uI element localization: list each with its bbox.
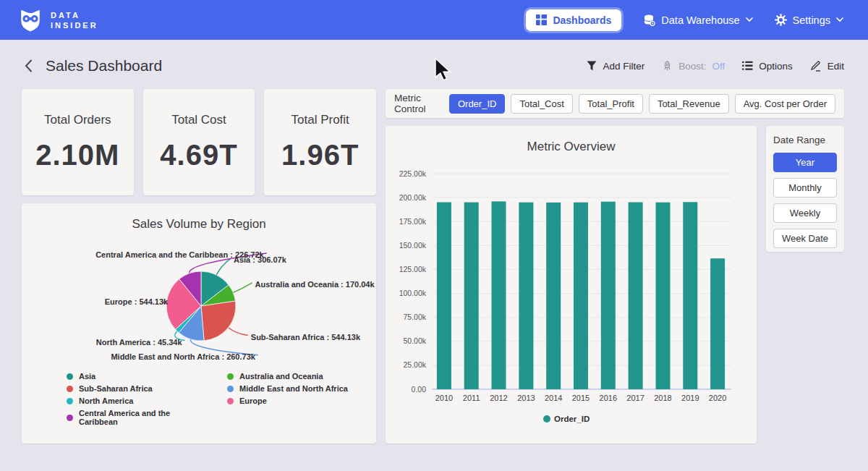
legend-dot-icon bbox=[227, 386, 234, 392]
brand-text: DATA INSIDER bbox=[51, 10, 98, 30]
legend-dot-icon bbox=[67, 386, 73, 392]
chevron-down-icon bbox=[836, 17, 843, 22]
pie-slice-label: Central America and the Caribbean : 226.… bbox=[95, 250, 264, 259]
legend-item[interactable]: Asia bbox=[67, 372, 201, 381]
owl-logo-icon bbox=[19, 8, 42, 33]
boost-toggle[interactable]: Boost: Off bbox=[662, 60, 725, 72]
date-button-week-date[interactable]: Week Date bbox=[773, 229, 837, 248]
x-axis-label: 2013 bbox=[517, 394, 535, 402]
options-label: Options bbox=[759, 61, 793, 72]
date-range-buttons: YearMonthlyWeeklyWeek Date bbox=[773, 153, 837, 248]
pie-slice-label: Sub-Saharan Africa : 544.13k bbox=[251, 333, 361, 341]
legend-item[interactable]: Australia and Oceania bbox=[227, 372, 348, 381]
bar-chart-title: Metric Overview bbox=[386, 140, 757, 154]
options-button[interactable]: Options bbox=[742, 61, 793, 72]
bar-2015[interactable] bbox=[574, 203, 588, 389]
back-button[interactable] bbox=[22, 58, 35, 74]
bar-2017[interactable] bbox=[629, 203, 643, 390]
date-button-year[interactable]: Year bbox=[773, 153, 837, 172]
y-axis-tick: 225.00k bbox=[399, 169, 427, 178]
kpi-label: Total Orders bbox=[44, 113, 111, 127]
x-axis-label: 2017 bbox=[626, 394, 644, 402]
bar-2011[interactable] bbox=[464, 203, 479, 389]
kpi-value: 2.10M bbox=[35, 139, 119, 171]
bar-2012[interactable] bbox=[492, 201, 506, 389]
legend-dot-icon bbox=[67, 373, 73, 380]
x-axis-label: 2010 bbox=[435, 394, 453, 402]
nav-settings[interactable]: Settings bbox=[775, 14, 843, 26]
bar-2019[interactable] bbox=[683, 202, 697, 389]
legend-label: Australia and Oceania bbox=[239, 372, 323, 381]
nav-data-warehouse[interactable]: Data Warehouse bbox=[643, 14, 752, 26]
legend-label: Asia bbox=[79, 372, 95, 381]
dashboards-button[interactable]: Dashboards bbox=[526, 9, 621, 31]
pie-slice-label: Middle East and North Africa : 260.73k bbox=[111, 352, 255, 361]
pie-slice[interactable] bbox=[201, 301, 236, 341]
metric-control-bar: Metric Control Order_IDTotal_CostTotal_P… bbox=[386, 89, 844, 118]
pie-slice-label: Europe : 544.13k bbox=[105, 297, 169, 306]
date-button-weekly[interactable]: Weekly bbox=[773, 203, 837, 223]
bar-2016[interactable] bbox=[601, 202, 616, 389]
rocket-icon bbox=[662, 60, 673, 72]
legend-label: Europe bbox=[239, 396, 267, 405]
boost-value: Off bbox=[712, 61, 725, 72]
bar-2020[interactable] bbox=[710, 258, 725, 389]
edit-button[interactable]: Edit bbox=[810, 60, 844, 72]
boost-label: Boost: bbox=[678, 61, 706, 72]
kpi-row: Total Orders2.10MTotal Cost4.69TTotal Pr… bbox=[22, 89, 376, 195]
x-axis-label: 2012 bbox=[490, 394, 507, 402]
dashboard-grid-icon bbox=[536, 14, 547, 25]
legend-label: Middle East and North Africa bbox=[239, 384, 348, 393]
metric-button-avg-cost-per-order[interactable]: Avg. Cost per Order bbox=[735, 94, 835, 114]
kpi-value: 1.96T bbox=[281, 139, 359, 171]
x-axis-label: 2019 bbox=[681, 394, 699, 402]
chevron-left-icon bbox=[25, 59, 33, 72]
y-axis-tick: 25.00k bbox=[403, 360, 426, 369]
legend-item[interactable]: Sub-Saharan Africa bbox=[67, 384, 201, 393]
metric-button-order-id[interactable]: Order_ID bbox=[449, 94, 505, 114]
metric-control-label: Metric Control bbox=[394, 93, 438, 114]
kpi-card: Total Profit1.96T bbox=[264, 89, 376, 195]
database-icon bbox=[643, 14, 655, 26]
legend-label: Order_ID bbox=[554, 415, 590, 423]
bar-legend[interactable]: Order_ID bbox=[543, 415, 590, 423]
date-button-monthly[interactable]: Monthly bbox=[773, 178, 837, 198]
y-axis-tick: 150.00k bbox=[399, 241, 427, 250]
bar-2010[interactable] bbox=[437, 203, 451, 390]
legend-label: North America bbox=[79, 396, 133, 405]
bar-2014[interactable] bbox=[546, 203, 561, 389]
metric-button-total-cost[interactable]: Total_Cost bbox=[511, 94, 572, 114]
legend-dot-icon bbox=[227, 373, 234, 380]
y-axis-tick: 50.00k bbox=[403, 336, 426, 345]
pie-slice-label: Australia and Oceania : 170.04k bbox=[255, 280, 375, 289]
legend-label: Central America and the Caribbean bbox=[79, 409, 201, 426]
y-axis-tick: 0.00 bbox=[412, 385, 427, 394]
brand-logo[interactable]: DATA INSIDER bbox=[19, 8, 98, 33]
legend-item[interactable]: Europe bbox=[227, 396, 348, 405]
y-axis-tick: 175.00k bbox=[399, 217, 427, 226]
bar-2013[interactable] bbox=[519, 203, 533, 389]
kpi-label: Total Cost bbox=[171, 113, 226, 127]
legend-dot-icon bbox=[67, 398, 73, 404]
kpi-value: 4.69T bbox=[160, 139, 237, 171]
y-axis-tick: 75.00k bbox=[403, 313, 426, 321]
metric-buttons: Order_IDTotal_CostTotal_ProfitTotal_Reve… bbox=[449, 94, 835, 114]
pie-chart-title: Sales Volume by Region bbox=[22, 217, 376, 232]
dashboard-content: Total Orders2.10MTotal Cost4.69TTotal Pr… bbox=[0, 75, 868, 444]
legend-item[interactable]: North America bbox=[67, 396, 201, 405]
legend-item[interactable]: Middle East and North Africa bbox=[227, 384, 348, 393]
pie-chart: Asia : 306.07kAustralia and Oceania : 17… bbox=[22, 237, 376, 365]
edit-label: Edit bbox=[827, 61, 844, 72]
date-range-panel: Date Range YearMonthlyWeeklyWeek Date bbox=[766, 126, 844, 252]
add-filter-button[interactable]: Add Filter bbox=[587, 61, 644, 72]
pie-chart-card: Sales Volume by Region Asia : 306.07kAus… bbox=[22, 203, 376, 444]
metric-button-total-revenue[interactable]: Total_Revenue bbox=[649, 94, 729, 114]
bar-2018[interactable] bbox=[656, 203, 671, 389]
brand-line2: INSIDER bbox=[51, 20, 98, 30]
metric-button-total-profit[interactable]: Total_Profit bbox=[579, 94, 643, 114]
legend-item[interactable]: Central America and the Caribbean bbox=[67, 409, 201, 426]
dashboards-label: Dashboards bbox=[553, 14, 611, 26]
kpi-card: Total Cost4.69T bbox=[143, 89, 255, 195]
bar-chart-card: Metric Overview 0.0025.00k50.00k75.00k10… bbox=[386, 126, 757, 444]
page-header: Sales Dashboard Add Filter Boost: Off bbox=[0, 40, 868, 75]
